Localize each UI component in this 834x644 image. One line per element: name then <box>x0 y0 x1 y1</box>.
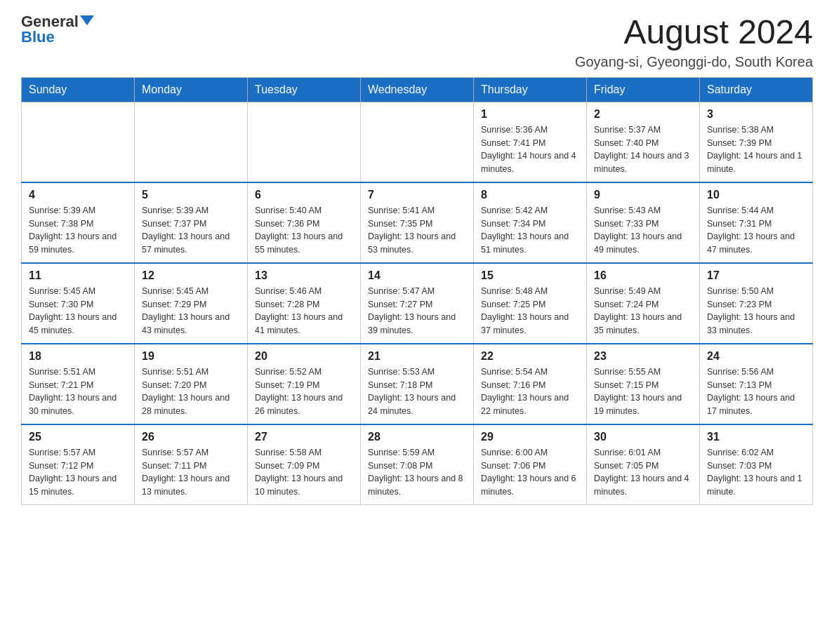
day-info: Sunrise: 5:45 AM Sunset: 7:30 PM Dayligh… <box>29 285 127 337</box>
calendar-table: Sunday Monday Tuesday Wednesday Thursday… <box>21 77 813 505</box>
day-number: 15 <box>481 269 579 282</box>
day-info: Sunrise: 5:47 AM Sunset: 7:27 PM Dayligh… <box>368 285 466 337</box>
day-number: 22 <box>481 350 579 363</box>
day-info: Sunrise: 5:59 AM Sunset: 7:08 PM Dayligh… <box>368 446 466 499</box>
calendar-cell: 19Sunrise: 5:51 AM Sunset: 7:20 PM Dayli… <box>135 344 248 424</box>
day-number: 14 <box>368 269 466 282</box>
day-number: 24 <box>707 350 805 363</box>
calendar-cell: 1Sunrise: 5:36 AM Sunset: 7:41 PM Daylig… <box>474 102 587 182</box>
col-friday: Friday <box>587 77 700 102</box>
month-title: August 2024 <box>575 14 813 51</box>
day-number: 25 <box>29 431 127 443</box>
location-title: Goyang-si, Gyeonggi-do, South Korea <box>575 54 813 70</box>
day-info: Sunrise: 5:55 AM Sunset: 7:15 PM Dayligh… <box>594 365 692 418</box>
calendar-cell: 20Sunrise: 5:52 AM Sunset: 7:19 PM Dayli… <box>248 344 361 424</box>
day-number: 19 <box>142 350 240 363</box>
calendar-cell: 23Sunrise: 5:55 AM Sunset: 7:15 PM Dayli… <box>587 344 700 424</box>
day-number: 2 <box>594 108 692 121</box>
calendar-cell: 13Sunrise: 5:46 AM Sunset: 7:28 PM Dayli… <box>248 263 361 344</box>
calendar-cell: 28Sunrise: 5:59 AM Sunset: 7:08 PM Dayli… <box>361 424 474 505</box>
day-info: Sunrise: 5:40 AM Sunset: 7:36 PM Dayligh… <box>255 204 353 257</box>
calendar-header-row: Sunday Monday Tuesday Wednesday Thursday… <box>22 77 813 102</box>
col-saturday: Saturday <box>700 77 813 102</box>
day-number: 17 <box>707 269 805 282</box>
calendar-cell: 10Sunrise: 5:44 AM Sunset: 7:31 PM Dayli… <box>700 182 813 263</box>
calendar-cell: 4Sunrise: 5:39 AM Sunset: 7:38 PM Daylig… <box>22 182 135 263</box>
calendar-cell: 21Sunrise: 5:53 AM Sunset: 7:18 PM Dayli… <box>361 344 474 424</box>
day-info: Sunrise: 5:44 AM Sunset: 7:31 PM Dayligh… <box>707 204 805 257</box>
day-number: 27 <box>255 431 353 443</box>
day-number: 3 <box>707 108 805 121</box>
day-info: Sunrise: 5:36 AM Sunset: 7:41 PM Dayligh… <box>481 123 579 176</box>
day-number: 11 <box>29 269 127 282</box>
calendar-cell: 11Sunrise: 5:45 AM Sunset: 7:30 PM Dayli… <box>22 263 135 344</box>
day-number: 28 <box>368 431 466 443</box>
day-number: 9 <box>594 189 692 201</box>
day-info: Sunrise: 5:58 AM Sunset: 7:09 PM Dayligh… <box>255 446 353 499</box>
day-info: Sunrise: 5:57 AM Sunset: 7:12 PM Dayligh… <box>29 446 127 499</box>
day-info: Sunrise: 6:02 AM Sunset: 7:03 PM Dayligh… <box>707 446 805 499</box>
calendar-cell: 18Sunrise: 5:51 AM Sunset: 7:21 PM Dayli… <box>22 344 135 424</box>
logo-blue-text: Blue <box>21 29 55 45</box>
day-number: 29 <box>481 431 579 443</box>
day-info: Sunrise: 5:51 AM Sunset: 7:21 PM Dayligh… <box>29 365 127 418</box>
calendar-week-4: 18Sunrise: 5:51 AM Sunset: 7:21 PM Dayli… <box>22 344 813 424</box>
day-info: Sunrise: 5:46 AM Sunset: 7:28 PM Dayligh… <box>255 285 353 337</box>
day-info: Sunrise: 5:38 AM Sunset: 7:39 PM Dayligh… <box>707 123 805 176</box>
calendar-cell <box>361 102 474 182</box>
day-number: 7 <box>368 189 466 201</box>
day-number: 16 <box>594 269 692 282</box>
day-info: Sunrise: 5:49 AM Sunset: 7:24 PM Dayligh… <box>594 285 692 337</box>
calendar-cell: 16Sunrise: 5:49 AM Sunset: 7:24 PM Dayli… <box>587 263 700 344</box>
calendar-cell: 26Sunrise: 5:57 AM Sunset: 7:11 PM Dayli… <box>135 424 248 505</box>
day-number: 4 <box>29 189 127 201</box>
calendar-cell <box>135 102 248 182</box>
col-tuesday: Tuesday <box>248 77 361 102</box>
calendar-cell: 2Sunrise: 5:37 AM Sunset: 7:40 PM Daylig… <box>587 102 700 182</box>
day-info: Sunrise: 5:43 AM Sunset: 7:33 PM Dayligh… <box>594 204 692 257</box>
calendar-cell: 14Sunrise: 5:47 AM Sunset: 7:27 PM Dayli… <box>361 263 474 344</box>
day-number: 30 <box>594 431 692 443</box>
day-info: Sunrise: 5:37 AM Sunset: 7:40 PM Dayligh… <box>594 123 692 176</box>
day-info: Sunrise: 5:50 AM Sunset: 7:23 PM Dayligh… <box>707 285 805 337</box>
calendar-cell: 8Sunrise: 5:42 AM Sunset: 7:34 PM Daylig… <box>474 182 587 263</box>
day-info: Sunrise: 5:41 AM Sunset: 7:35 PM Dayligh… <box>368 204 466 257</box>
calendar-cell: 24Sunrise: 5:56 AM Sunset: 7:13 PM Dayli… <box>700 344 813 424</box>
title-block: August 2024 Goyang-si, Gyeonggi-do, Sout… <box>575 14 813 70</box>
day-info: Sunrise: 5:45 AM Sunset: 7:29 PM Dayligh… <box>142 285 240 337</box>
day-number: 21 <box>368 350 466 363</box>
day-info: Sunrise: 5:51 AM Sunset: 7:20 PM Dayligh… <box>142 365 240 418</box>
calendar-cell: 9Sunrise: 5:43 AM Sunset: 7:33 PM Daylig… <box>587 182 700 263</box>
logo: General Blue <box>21 14 94 45</box>
day-info: Sunrise: 5:39 AM Sunset: 7:37 PM Dayligh… <box>142 204 240 257</box>
logo-triangle-icon <box>80 15 94 25</box>
day-number: 18 <box>29 350 127 363</box>
calendar-cell: 25Sunrise: 5:57 AM Sunset: 7:12 PM Dayli… <box>22 424 135 505</box>
calendar-cell <box>248 102 361 182</box>
day-number: 6 <box>255 189 353 201</box>
calendar-week-5: 25Sunrise: 5:57 AM Sunset: 7:12 PM Dayli… <box>22 424 813 505</box>
day-info: Sunrise: 5:53 AM Sunset: 7:18 PM Dayligh… <box>368 365 466 418</box>
calendar-cell: 22Sunrise: 5:54 AM Sunset: 7:16 PM Dayli… <box>474 344 587 424</box>
col-thursday: Thursday <box>474 77 587 102</box>
day-info: Sunrise: 5:52 AM Sunset: 7:19 PM Dayligh… <box>255 365 353 418</box>
day-number: 5 <box>142 189 240 201</box>
calendar-cell: 27Sunrise: 5:58 AM Sunset: 7:09 PM Dayli… <box>248 424 361 505</box>
calendar-cell: 6Sunrise: 5:40 AM Sunset: 7:36 PM Daylig… <box>248 182 361 263</box>
calendar-week-3: 11Sunrise: 5:45 AM Sunset: 7:30 PM Dayli… <box>22 263 813 344</box>
day-number: 10 <box>707 189 805 201</box>
calendar-cell: 5Sunrise: 5:39 AM Sunset: 7:37 PM Daylig… <box>135 182 248 263</box>
calendar-cell: 7Sunrise: 5:41 AM Sunset: 7:35 PM Daylig… <box>361 182 474 263</box>
day-info: Sunrise: 6:01 AM Sunset: 7:05 PM Dayligh… <box>594 446 692 499</box>
day-info: Sunrise: 5:57 AM Sunset: 7:11 PM Dayligh… <box>142 446 240 499</box>
col-monday: Monday <box>135 77 248 102</box>
calendar-cell: 15Sunrise: 5:48 AM Sunset: 7:25 PM Dayli… <box>474 263 587 344</box>
day-number: 23 <box>594 350 692 363</box>
calendar-week-1: 1Sunrise: 5:36 AM Sunset: 7:41 PM Daylig… <box>22 102 813 182</box>
day-number: 8 <box>481 189 579 201</box>
day-info: Sunrise: 5:54 AM Sunset: 7:16 PM Dayligh… <box>481 365 579 418</box>
calendar-cell: 12Sunrise: 5:45 AM Sunset: 7:29 PM Dayli… <box>135 263 248 344</box>
day-info: Sunrise: 5:56 AM Sunset: 7:13 PM Dayligh… <box>707 365 805 418</box>
day-info: Sunrise: 6:00 AM Sunset: 7:06 PM Dayligh… <box>481 446 579 499</box>
calendar-cell: 29Sunrise: 6:00 AM Sunset: 7:06 PM Dayli… <box>474 424 587 505</box>
